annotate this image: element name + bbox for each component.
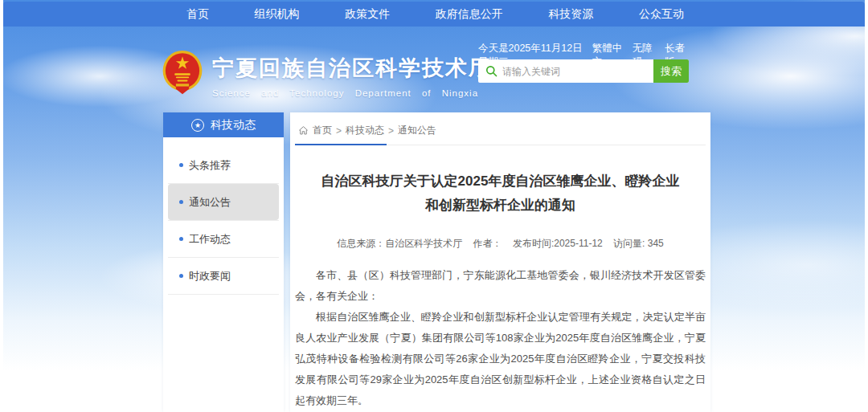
sidebar-item-headlines: 头条推荐	[168, 147, 279, 184]
nav-item-resources[interactable]: 科技资源	[548, 7, 593, 22]
site-subtitle-en: Science and Technology Department of Nin…	[212, 88, 492, 98]
nav-item-organization[interactable]: 组织机构	[255, 7, 300, 22]
article-title: 自治区科技厅关于认定2025年度自治区雏鹰企业、瞪羚企业 和创新型标杆企业的通知	[295, 169, 706, 218]
article-paragraph: 各市、县（区）科技管理部门，宁东能源化工基地管委会，银川经济技术开发区管委会，各…	[295, 265, 706, 307]
main-panel: 首页 > 科技动态 > 通知公告 自治区科技厅关于认定2025年度自治区雏鹰企业…	[290, 112, 710, 412]
meta-visits: 访问量: 345	[613, 238, 664, 249]
bullet-dot-icon	[179, 237, 183, 241]
meta-author: 作者：	[473, 238, 502, 249]
breadcrumb-separator: >	[388, 125, 394, 137]
home-icon	[298, 125, 309, 136]
bullet-dot-icon	[179, 163, 183, 167]
bullet-dot-icon	[179, 200, 183, 204]
sidebar-item-label: 头条推荐	[189, 158, 231, 173]
sidebar-title: 科技动态	[211, 118, 256, 133]
breadcrumb-divider	[295, 144, 706, 145]
article-title-line2: 和创新型标杆企业的通知	[425, 198, 575, 213]
breadcrumb-separator: >	[336, 125, 342, 137]
breadcrumb-home[interactable]: 首页	[313, 124, 332, 137]
breadcrumb-notices[interactable]: 通知公告	[398, 124, 436, 137]
sidebar-item-work-trends: 工作动态	[168, 221, 279, 258]
search-button[interactable]: 搜索	[653, 59, 689, 83]
national-emblem-logo	[162, 50, 203, 96]
sidebar-item-label: 时政要闻	[189, 269, 231, 284]
article-body: 各市、县（区）科技管理部门，宁东能源化工基地管委会，银川经济技术开发区管委会，各…	[295, 265, 706, 411]
meta-source: 信息来源：自治区科学技术厅	[337, 238, 462, 249]
breadcrumb-divider-accent	[295, 144, 387, 145]
star-circle-icon: ★	[191, 119, 204, 132]
top-navigation: 首页 组织机构 政策文件 政府信息公开 科技资源 公众互动	[3, 2, 865, 27]
sidebar: ★ 科技动态 头条推荐 通知公告	[163, 112, 284, 412]
article-title-line1: 自治区科技厅关于认定2025年度自治区雏鹰企业、瞪羚企业	[321, 173, 680, 189]
nav-item-policy[interactable]: 政策文件	[345, 7, 390, 22]
sidebar-item-current-politics: 时政要闻	[168, 258, 279, 295]
sidebar-item-current-politics-link[interactable]: 时政要闻	[168, 258, 279, 294]
breadcrumb-tech-news[interactable]: 科技动态	[346, 124, 384, 137]
article-paragraph: 根据自治区雏鹰企业、瞪羚企业和创新型标杆企业认定管理有关规定，决定认定半亩良人农…	[295, 307, 706, 411]
sidebar-item-headlines-link[interactable]: 头条推荐	[168, 147, 279, 183]
breadcrumb: 首页 > 科技动态 > 通知公告	[295, 119, 706, 144]
search-input[interactable]	[502, 59, 653, 83]
sidebar-item-label: 工作动态	[189, 232, 231, 247]
site-title-block: 宁夏回族自治区科学技术厅 Science and Technology Depa…	[212, 54, 492, 98]
article-meta: 信息来源：自治区科学技术厅 作者： 发布时间:2025-11-12 访问量: 3…	[295, 237, 706, 251]
sidebar-item-work-trends-link[interactable]: 工作动态	[168, 221, 279, 257]
sidebar-item-label: 通知公告	[189, 195, 231, 210]
nav-item-gov-info[interactable]: 政府信息公开	[436, 7, 503, 22]
meta-publish-time: 发布时间:2025-11-12	[513, 238, 603, 249]
search-bar: 搜索	[478, 59, 689, 83]
sidebar-header: ★ 科技动态	[163, 112, 284, 137]
bullet-dot-icon	[179, 274, 183, 278]
search-icon	[485, 65, 497, 77]
content-area: ★ 科技动态 头条推荐 通知公告	[163, 112, 710, 412]
sidebar-item-notices-link[interactable]: 通知公告	[168, 184, 279, 220]
nav-item-interaction[interactable]: 公众互动	[639, 7, 684, 22]
nav-item-home[interactable]: 首页	[186, 7, 209, 22]
page: 首页 组织机构 政策文件 政府信息公开 科技资源 公众互动 宁夏回族自治区科学技…	[0, 0, 868, 412]
sidebar-item-notices: 通知公告	[168, 184, 279, 221]
site-title: 宁夏回族自治区科学技术厅	[212, 54, 492, 83]
